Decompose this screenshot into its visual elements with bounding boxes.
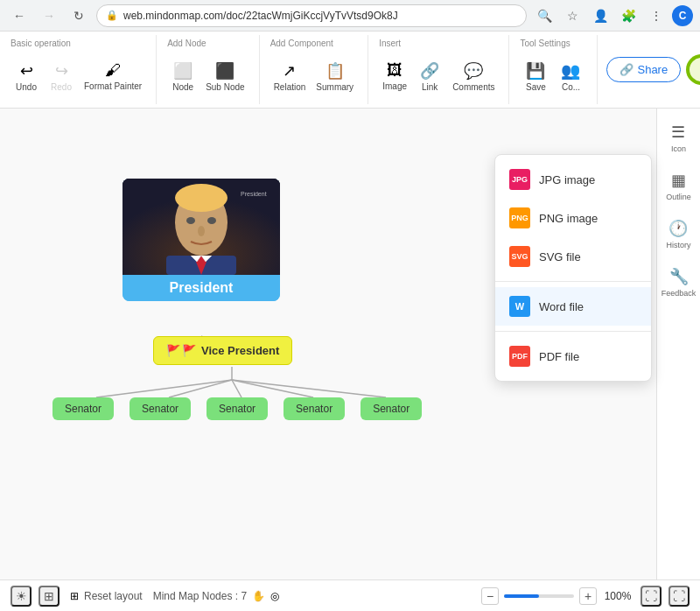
node-button[interactable]: ⬜ Node [167, 58, 199, 95]
group-label-insert: Insert [379, 39, 401, 48]
account-icon-btn[interactable]: 👤 [588, 4, 612, 28]
export-pdf-item[interactable]: PDF PDF file [495, 337, 651, 376]
zoom-slider-fill [504, 594, 539, 598]
zoom-slider[interactable] [504, 594, 574, 598]
grid-button[interactable]: ⊞ [38, 586, 60, 607]
share-icon: 🔗 [620, 63, 634, 76]
relation-button[interactable]: ↗ Relation [270, 58, 310, 95]
summary-button[interactable]: 📋 Summary [312, 58, 357, 95]
icon-label: Icon [671, 144, 686, 153]
status-bar: ☀ ⊞ ⊞ Reset layout Mind Map Nodes : 7 ✋ … [0, 579, 700, 611]
status-left: ☀ ⊞ [10, 586, 60, 607]
zoom-minus-button[interactable]: − [481, 587, 499, 605]
node-buttons: ⬜ Node ⬛ Sub Node [167, 52, 248, 101]
feedback-label: Feedback [662, 289, 696, 298]
senator-node-3[interactable]: Senator [206, 397, 268, 420]
sidebar-item-history[interactable]: 🕐 History [666, 219, 690, 249]
share-label: Share [637, 63, 668, 76]
sidebar-item-outline[interactable]: ▦ Outline [666, 171, 691, 201]
dropdown-divider-1 [495, 281, 651, 282]
node-label: Node [172, 82, 193, 92]
toolbar-group-insert: Insert 🖼 Image 🔗 Link 💬 Comments [368, 35, 509, 104]
jpg-label: JPG image [539, 173, 595, 186]
export-svg-item[interactable]: SVG SVG file [495, 237, 651, 276]
zoom-plus-button[interactable]: + [579, 587, 597, 605]
theme-toggle-button[interactable]: ☀ [10, 586, 32, 607]
link-label: Link [422, 82, 438, 92]
vp-label: Vice President [201, 344, 279, 357]
app-toolbar: Basic operation ↩ Undo ↪ Redo 🖌 Format P… [0, 32, 700, 109]
reset-layout-icon: ⊞ [70, 590, 79, 602]
export-png-item[interactable]: PNG PNG image [495, 199, 651, 237]
svg-icon-text: SVG [511, 252, 528, 261]
reset-layout-label: Reset layout [84, 590, 143, 602]
svg-point-10 [175, 184, 228, 212]
link-icon: 🔗 [420, 61, 439, 81]
reset-layout-area: ⊞ Reset layout [70, 590, 143, 602]
president-node[interactable]: President President [122, 179, 280, 301]
share-button[interactable]: 🔗 Share [606, 57, 681, 82]
senator-node-2[interactable]: Senator [130, 397, 191, 420]
menu-icon-btn[interactable]: ⋮ [644, 4, 668, 28]
comments-button[interactable]: 💬 Comments [449, 58, 498, 95]
svg-line-6 [232, 380, 386, 397]
url-text: web.mindonmap.com/doc/22tacWmjGiKccjVyTv… [123, 10, 398, 22]
flag-icons: 🚩 🚩 [166, 344, 196, 357]
insert-buttons: 🖼 Image 🔗 Link 💬 Comments [379, 52, 498, 101]
main-content: President President 🚩 🚩 Vice President [0, 109, 700, 579]
svg-label: SVG file [539, 250, 581, 263]
fullscreen-button[interactable]: ⛶ [668, 586, 690, 607]
browser-toolbar: ← → ↻ 🔒 web.mindonmap.com/doc/22tacWmjGi… [0, 0, 700, 32]
vp-node[interactable]: 🚩 🚩 Vice President [153, 336, 292, 365]
group-label-tools: Tool Settings [520, 39, 570, 48]
redo-button[interactable]: ↪ Redo [46, 58, 77, 95]
feedback-icon: 🔧 [669, 267, 689, 286]
summary-label: Summary [316, 82, 354, 92]
comments-label: Comments [452, 82, 494, 92]
group-label-basic: Basic operation [10, 39, 71, 48]
link-button[interactable]: 🔗 Link [414, 58, 445, 95]
sidebar-item-feedback[interactable]: 🔧 Feedback [662, 267, 696, 298]
zoom-control: − + 100% [481, 587, 634, 605]
browser-icons: 🔍 ☆ 👤 🧩 ⋮ C [532, 4, 693, 28]
sub-node-button[interactable]: ⬛ Sub Node [202, 58, 248, 95]
senator-node-1[interactable]: Senator [52, 397, 114, 420]
bookmark-icon-btn[interactable]: ☆ [560, 4, 584, 28]
back-button[interactable]: ← [7, 4, 32, 28]
reload-button[interactable]: ↻ [66, 4, 91, 28]
nodes-info: Mind Map Nodes : 7 ✋ ◎ [153, 590, 279, 602]
format-painter-button[interactable]: 🖌 Format Painter [80, 58, 145, 95]
address-bar[interactable]: 🔒 web.mindonmap.com/doc/22tacWmjGiKccjVy… [96, 4, 527, 27]
extension-icon-btn[interactable]: 🧩 [616, 4, 640, 28]
forward-button[interactable]: → [37, 4, 61, 28]
node-icon: ⬜ [173, 61, 192, 81]
status-right: − + 100% ⛶ ⛶ [481, 586, 690, 607]
pdf-label: PDF file [539, 350, 579, 363]
group-label-node: Add Node [167, 39, 206, 48]
export-word-item[interactable]: W Word file [495, 287, 651, 326]
svg-line-2 [96, 380, 232, 397]
senator-node-5[interactable]: Senator [360, 397, 422, 420]
search-icon-btn[interactable]: 🔍 [532, 4, 556, 28]
image-button[interactable]: 🖼 Image [379, 58, 410, 95]
undo-button[interactable]: ↩ Undo [10, 58, 42, 95]
co-button[interactable]: 👥 Co... [555, 58, 586, 95]
save-label: Save [526, 82, 546, 92]
export-jpg-item[interactable]: JPG JPG image [495, 160, 651, 199]
undo-icon: ↩ [20, 61, 33, 81]
dropdown-divider-2 [495, 331, 651, 332]
profile-avatar[interactable]: C [672, 5, 693, 26]
toolbar-group-basic: Basic operation ↩ Undo ↪ Redo 🖌 Format P… [0, 35, 157, 104]
png-icon-text: PNG [511, 214, 528, 222]
nodes-text: Mind Map Nodes : 7 [153, 590, 247, 602]
senator-node-4[interactable]: Senator [284, 397, 345, 420]
save-button[interactable]: 💾 Save [520, 58, 551, 95]
fit-screen-button[interactable]: ⛶ [640, 586, 662, 607]
jpg-file-icon: JPG [509, 169, 530, 190]
svg-point-13 [198, 226, 205, 236]
image-label: Image [382, 81, 407, 91]
export-button[interactable]: ⬆ Export [688, 56, 700, 83]
jpg-icon-text: JPG [512, 175, 528, 184]
sidebar-item-icon[interactable]: ☰ Icon [671, 123, 686, 153]
icon-icon: ☰ [671, 123, 685, 142]
